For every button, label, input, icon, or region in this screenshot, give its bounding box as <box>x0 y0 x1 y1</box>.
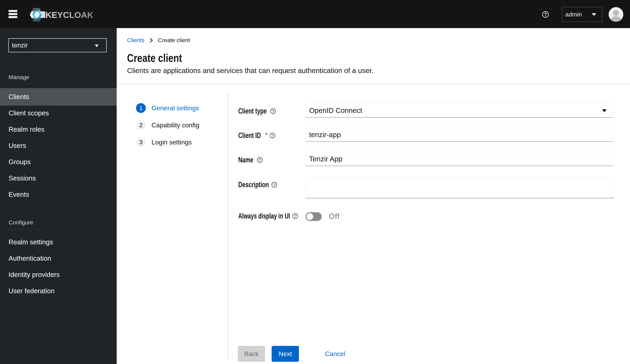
svg-text:?: ? <box>294 214 297 219</box>
svg-text:?: ? <box>271 133 274 138</box>
svg-text:?: ? <box>273 183 276 187</box>
svg-text:KEYCLOAK: KEYCLOAK <box>46 10 94 20</box>
svg-text:?: ? <box>544 12 547 17</box>
svg-text:?: ? <box>272 109 274 113</box>
svg-text:?: ? <box>258 158 261 162</box>
